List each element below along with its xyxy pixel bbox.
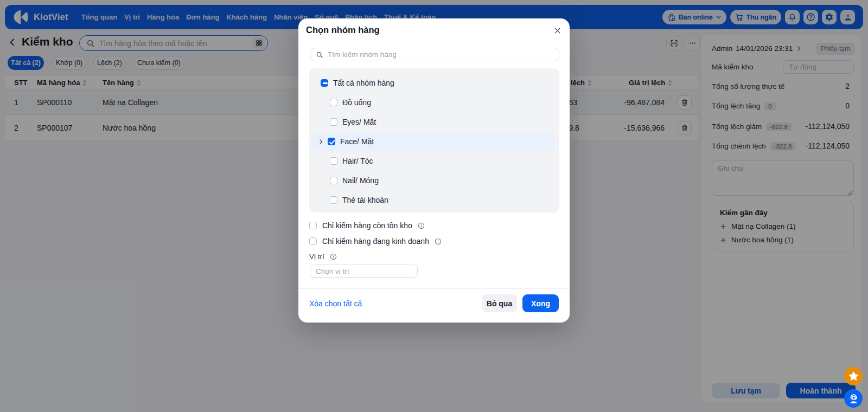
checkbox[interactable]: [330, 99, 337, 106]
opt-stock-row[interactable]: Chỉ kiểm hàng còn tồn kho: [309, 221, 425, 230]
info-icon[interactable]: [330, 253, 337, 260]
tree-item-row-selected[interactable]: Face/ Mặt: [311, 132, 555, 151]
info-icon[interactable]: [435, 238, 442, 245]
chevron-right-icon[interactable]: [318, 139, 324, 145]
checkbox[interactable]: [309, 222, 317, 229]
location-input[interactable]: [310, 265, 418, 278]
tree-item-row[interactable]: Nail/ Móng: [311, 171, 555, 190]
checkbox[interactable]: [330, 157, 337, 165]
info-icon[interactable]: [418, 222, 425, 229]
modal-close-button[interactable]: [551, 24, 564, 37]
close-icon: [553, 27, 561, 35]
tree-root-label: Tất cả nhóm hàng: [333, 79, 394, 87]
group-tree: Tất cả nhóm hàng Đồ uống Eyes/ Mắt Face/…: [309, 68, 559, 213]
rewards-fab[interactable]: [844, 367, 863, 385]
tree-item-label: Hair/ Tóc: [342, 157, 373, 165]
select-group-modal: Chọn nhóm hàng Tất cả nhóm hàng Đồ uống …: [298, 18, 570, 323]
done-button[interactable]: Xong: [522, 294, 559, 312]
group-search-bar: [310, 48, 559, 61]
star-icon: [848, 371, 859, 382]
checkbox-checked[interactable]: [328, 138, 335, 145]
checkbox[interactable]: [330, 177, 337, 184]
tree-item-label: Nail/ Móng: [342, 176, 379, 185]
tree-item-row[interactable]: Thẻ tài khoản: [311, 191, 555, 209]
checkbox-indeterminate[interactable]: [321, 79, 328, 87]
search-icon: [316, 51, 323, 59]
checkbox[interactable]: [330, 118, 337, 126]
support-fab[interactable]: [844, 389, 863, 408]
opt-active-label: Chỉ kiểm hàng đang kinh doanh: [322, 237, 429, 246]
opt-stock-label: Chỉ kiểm hàng còn tồn kho: [322, 221, 412, 230]
group-search-input[interactable]: [328, 50, 553, 59]
tree-root-row[interactable]: Tất cả nhóm hàng: [311, 74, 555, 92]
tree-item-label: Face/ Mặt: [340, 137, 374, 146]
tree-item-row[interactable]: Hair/ Tóc: [311, 152, 555, 170]
tree-item-row[interactable]: Đồ uống: [311, 93, 555, 112]
opt-active-row[interactable]: Chỉ kiểm hàng đang kinh doanh: [309, 237, 442, 246]
location-label: Vị trí: [309, 253, 324, 261]
modal-footer: Xóa chọn tất cả Bỏ qua Xong: [298, 288, 570, 323]
modal-title: Chọn nhóm hàng: [306, 25, 380, 35]
tree-item-label: Eyes/ Mắt: [342, 118, 376, 126]
support-agent-icon: [847, 392, 860, 405]
tree-item-label: Thẻ tài khoản: [342, 196, 388, 204]
tree-item-row[interactable]: Eyes/ Mắt: [311, 113, 555, 131]
checkbox[interactable]: [309, 237, 317, 245]
skip-button[interactable]: Bỏ qua: [482, 294, 517, 312]
tree-item-label: Đồ uống: [342, 98, 371, 107]
clear-all-link[interactable]: Xóa chọn tất cả: [309, 299, 362, 308]
checkbox[interactable]: [330, 196, 337, 204]
location-label-row: Vị trí: [309, 253, 337, 261]
